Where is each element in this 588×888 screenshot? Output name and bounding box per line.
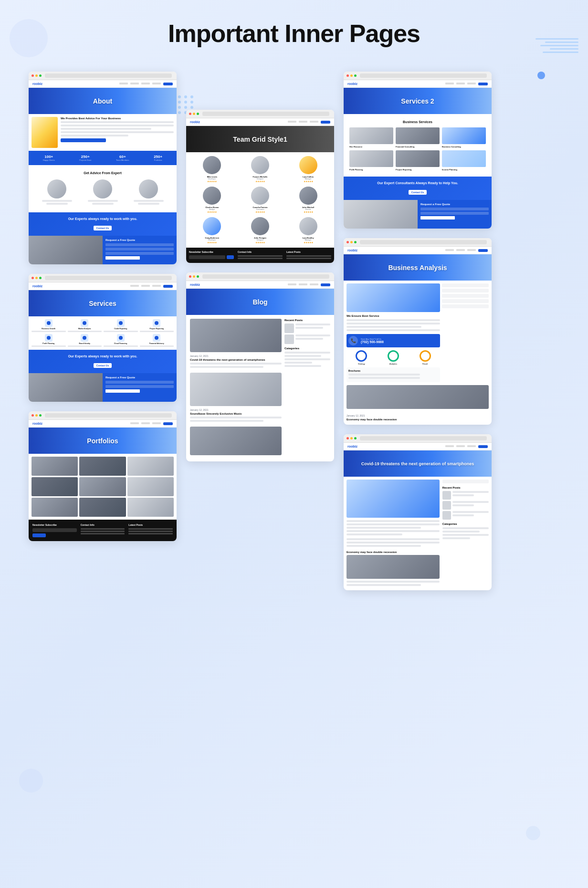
- services2-quote-section: Request a Free Quote: [344, 200, 492, 229]
- nav-cta-btn[interactable]: [321, 283, 330, 286]
- browser-dot-red: [189, 113, 191, 115]
- nav-links: [445, 83, 488, 85]
- browser-dot-red: [346, 74, 349, 77]
- analysis-stats-row: Strategy Analytics Result: [346, 350, 440, 365]
- service-desc-8: [140, 345, 174, 347]
- nav-links: [130, 285, 173, 288]
- analysis-main-image: [346, 283, 440, 312]
- category-line: [442, 527, 489, 529]
- nav-cta-btn[interactable]: [163, 285, 173, 288]
- brochures-section: Brochures: [346, 367, 440, 382]
- service2-image-6: [442, 150, 486, 167]
- newsletter-input[interactable]: [189, 255, 225, 259]
- cta-button[interactable]: Contact Us: [94, 226, 112, 230]
- category-line: [442, 531, 480, 533]
- services-cta-button[interactable]: Contact Us: [94, 363, 112, 368]
- expert-name-1: [42, 200, 72, 202]
- services2-input-2[interactable]: [420, 212, 489, 215]
- nav-links: [119, 83, 173, 85]
- blue-dot-decor-1: [537, 72, 545, 79]
- result-stat: Result: [410, 350, 440, 365]
- result-chart: [420, 350, 431, 362]
- site-logo: roobiz: [32, 422, 42, 425]
- services-quote-submit[interactable]: [105, 389, 140, 393]
- text-line: [346, 323, 440, 324]
- blog-detail-page-card: roobiz Covid-19 threatens the next gener…: [344, 434, 492, 590]
- service-icon-shape: [155, 321, 158, 325]
- nav-links: [445, 445, 488, 448]
- text-line: [346, 326, 421, 328]
- services2-submit-btn[interactable]: [420, 216, 455, 219]
- quote-input-3[interactable]: [105, 252, 174, 255]
- nav-cta-btn[interactable]: [163, 83, 173, 85]
- browser-bar-about: [29, 72, 177, 80]
- browser-url-bar: [360, 73, 487, 78]
- nav-link: [288, 121, 296, 123]
- services2-cta-button[interactable]: Contact Us: [409, 190, 427, 195]
- quote-submit-btn[interactable]: [105, 256, 140, 260]
- service-item-2: Market Analysis: [68, 319, 102, 332]
- team-stars-5: ★★★★★: [238, 210, 283, 213]
- about-cta-section: Our Experts always ready to work with yo…: [29, 212, 177, 236]
- quote-input-2[interactable]: [105, 248, 174, 251]
- analysis-layout: We Ensure Best Service 📞 Need Any Help? …: [344, 281, 492, 385]
- newsletter-submit-btn[interactable]: [32, 533, 46, 537]
- quote-input-1[interactable]: [105, 243, 174, 246]
- text-line: [190, 363, 282, 365]
- text-line: [346, 523, 440, 525]
- service2-name-6: Income Planning: [442, 168, 486, 171]
- portfolio-item-5: [79, 477, 126, 496]
- newsletter-input[interactable]: [32, 528, 77, 532]
- team-stars-9: ★★★★★: [286, 241, 330, 244]
- services-quote-input-2[interactable]: [105, 385, 174, 388]
- service2-name-1: Hire Resource: [349, 146, 393, 148]
- stat-team: 60+ Team Members: [116, 155, 129, 161]
- nav-cta-btn[interactable]: [163, 422, 173, 425]
- footer-posts-col: Latest Posts: [286, 251, 331, 260]
- site-nav-about: roobiz: [29, 80, 177, 88]
- category-line: [284, 362, 312, 364]
- portfolio-item-4: [32, 477, 78, 496]
- site-nav-blog: roobiz: [186, 281, 334, 289]
- analysis-blog-section: January 12, 2021 Economy may face double…: [344, 412, 492, 425]
- strategy-label: Strategy: [346, 363, 377, 365]
- text-line: [61, 131, 174, 133]
- service-item-5: Profit Planning: [32, 334, 66, 347]
- sidebar-search[interactable]: [442, 480, 489, 483]
- nav-link: [141, 422, 150, 424]
- team-avatar-1: [203, 156, 221, 174]
- strategy-chart: [356, 350, 367, 362]
- browser-dot-red: [189, 275, 191, 278]
- services-hero-text: Services: [89, 300, 116, 307]
- blog-post-1-image: [190, 319, 282, 352]
- sidebar-item-2: [442, 289, 489, 293]
- expert-3: [127, 179, 170, 206]
- nav-cta-btn[interactable]: [321, 121, 330, 124]
- footer-posts-title: Latest Posts: [128, 523, 173, 526]
- person-image: [32, 117, 58, 148]
- newsletter-row: [189, 255, 234, 259]
- quote-bg-image: [29, 373, 103, 402]
- center-column: roobiz Team Grid Style1 Mike Lewis Devel…: [186, 110, 334, 590]
- browser-dot-yellow: [350, 437, 353, 439]
- team-member-grid: Mike Lewis Developer ★★★★★ Francis Miche…: [186, 152, 334, 248]
- newsletter-submit-btn[interactable]: [227, 255, 234, 259]
- service-item-8: Financial Advisory: [140, 334, 174, 347]
- service-name-5: Profit Planning: [32, 343, 66, 345]
- service2-item-6: Income Planning: [442, 150, 486, 171]
- sidebar-item-3: [442, 294, 489, 298]
- category-line: [284, 355, 321, 357]
- team-member-9: Lara Bradley Manager ★★★★★: [286, 217, 330, 244]
- nav-cta-btn[interactable]: [478, 445, 488, 448]
- nav-cta-btn[interactable]: [478, 83, 488, 85]
- expert-name-2: [88, 200, 118, 202]
- service-item-6: Brand Identity: [68, 334, 102, 347]
- services2-input-1[interactable]: [420, 208, 489, 210]
- team-member-8: John Finegan Designer ★★★★★: [238, 217, 283, 244]
- services2-hero-banner: Services 2: [344, 88, 492, 114]
- learn-more-btn[interactable]: [61, 138, 106, 142]
- footer-newsletter-col: Newsletter Subscribe: [32, 523, 77, 537]
- services-quote-input-1[interactable]: [105, 381, 174, 384]
- nav-cta-btn[interactable]: [478, 249, 488, 252]
- business-services-title: Business Services: [347, 120, 488, 124]
